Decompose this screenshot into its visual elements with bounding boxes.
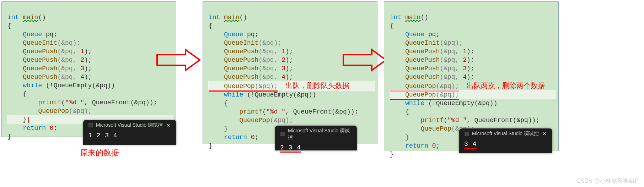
qp4-tail: ); (467, 73, 474, 81)
brace-close: } (390, 151, 394, 158)
vs-icon (464, 131, 469, 136)
printf-mid: , QueueFront(&pq)); (84, 99, 157, 106)
while-cond: (!QueueEmpty(&pq)) (46, 82, 115, 89)
printf: printf (390, 117, 444, 124)
queuepush3: QueuePush (390, 65, 440, 72)
queuepop-arg: (&pq); (270, 117, 293, 124)
queueinit: QueueInit (209, 39, 258, 46)
svg-rect-2 (280, 132, 285, 136)
qp1-num: 1 (80, 48, 84, 55)
qp1-tail: ); (84, 48, 92, 55)
return-tail: ; (436, 142, 440, 149)
decl-queue: Queue (209, 31, 243, 38)
brace-open: { (7, 22, 11, 29)
return-num: 0 (432, 142, 436, 149)
sig-tail: () (420, 14, 428, 21)
console-title: Microsoft Visual Studio 调试控 (96, 122, 163, 128)
queuepop: QueuePop (209, 117, 270, 124)
while-cond: (!QueueEmpty(&pq)) (428, 100, 497, 107)
qp1-tail: ); (467, 48, 474, 55)
queuepush1: QueuePush (209, 48, 258, 55)
queuepush4: QueuePush (209, 73, 258, 81)
highlight-pop-a: QueuePop(&pq); 出队，删除队头数据 (209, 81, 374, 90)
qp2-tail: ); (84, 56, 92, 64)
brace2: { (209, 100, 228, 107)
printf-fmt: "%d " (65, 99, 84, 106)
while-kw: while (209, 91, 247, 98)
queuepop: QueuePop (7, 108, 69, 115)
printf-open: ( (61, 99, 65, 106)
decl-rest: pq; (243, 31, 258, 38)
printf-fmt: "%d " (266, 108, 285, 115)
console-close[interactable]: ✕ (164, 122, 173, 128)
qp2-arg: (&pq, (57, 56, 80, 64)
code-panel-1: int main() { Queue pq; QueueInit(&pq); Q… (1, 1, 176, 137)
qp2-num: 2 (281, 56, 285, 64)
decl-rest: pq; (42, 31, 57, 38)
brace-close: } (7, 133, 11, 140)
return-tail: ; (54, 125, 58, 132)
console-2: Microsoft Visual Studio 调试控 2 3 4 (275, 126, 357, 150)
qp3-num: 3 (463, 65, 467, 72)
queuepop-arg: (&pq); (69, 108, 92, 115)
printf-open: ( (444, 117, 447, 124)
qp1-tail: ); (285, 48, 293, 55)
qp3-arg: (&pq, (440, 65, 463, 72)
console-title: Microsoft Visual Studio 调试控 (288, 128, 353, 141)
queuepop: QueuePop (390, 125, 451, 132)
decl-queue: Queue (7, 31, 42, 38)
return-kw: return (7, 125, 50, 132)
console-1: Microsoft Visual Studio 调试控 ✕ 1 2 3 4 (83, 120, 176, 145)
queuepush2: QueuePush (209, 56, 258, 64)
annot-a: 出队两次，删除两个数据 (467, 82, 545, 89)
console-titlebar: Microsoft Visual Studio 调试控 ✕ (459, 128, 552, 138)
fn-main: main (405, 14, 420, 21)
qp2-arg: (&pq, (440, 56, 463, 64)
printf-open: ( (262, 108, 266, 115)
queuepush1: QueuePush (7, 48, 57, 55)
vs-icon (88, 123, 93, 128)
queuepush2: QueuePush (390, 56, 440, 64)
qp1-num: 1 (463, 48, 467, 55)
qp2-tail: ); (467, 56, 474, 64)
qp1-arg: (&pq, (440, 48, 463, 55)
arrow-2 (340, 48, 390, 72)
queuepush3: QueuePush (7, 65, 57, 72)
queueinit: QueueInit (7, 39, 57, 46)
queuepop-a-arg: (&pq); (255, 83, 278, 90)
queuepop-a-arg: (&pq); (436, 83, 459, 90)
brace2c: } (209, 125, 228, 132)
fn-main: main (23, 14, 38, 21)
watermark: CSDN @小林熬夜学编程 (576, 177, 640, 185)
brace2c: } (7, 116, 27, 123)
printf-fmt: "%d " (447, 117, 467, 124)
qp3-tail: ); (84, 65, 92, 72)
arrow-1 (154, 48, 203, 72)
return-tail: ; (255, 134, 259, 141)
console-titlebar: Microsoft Visual Studio 调试控 (275, 126, 357, 142)
qp2-num: 2 (80, 56, 84, 64)
vs-icon (280, 132, 285, 137)
svg-rect-3 (465, 132, 469, 136)
console-3: Microsoft Visual Studio 调试控 ✕ 3 4 (459, 128, 552, 153)
qp4-arg: (&pq, (258, 73, 281, 81)
console-close[interactable]: ✕ (540, 131, 549, 137)
sig-tail: () (38, 14, 46, 21)
qp3-tail: ); (285, 65, 293, 72)
printf-mid: , QueueFront(&pq)); (285, 108, 358, 115)
svg-rect-1 (90, 124, 92, 127)
console-output-1: 1 2 3 4 (83, 130, 176, 143)
queueinit: QueueInit (390, 39, 440, 46)
annot-a: 出队，删除队头数据 (285, 82, 349, 89)
brace-open: { (209, 22, 213, 29)
qp3-tail: ); (467, 65, 474, 72)
qp4-tail: ); (84, 73, 92, 81)
qp4-num: 4 (463, 73, 467, 81)
kw-int: int (209, 14, 220, 21)
while-kw: while (390, 100, 428, 107)
queueinit-arg: (&pq); (440, 39, 463, 46)
caption-1: 原来的数据 (80, 148, 119, 158)
printf: printf (7, 99, 61, 106)
code-panel-2: int main() { Queue pq; QueueInit(&pq); Q… (203, 1, 377, 144)
while-kw: while (7, 82, 46, 89)
